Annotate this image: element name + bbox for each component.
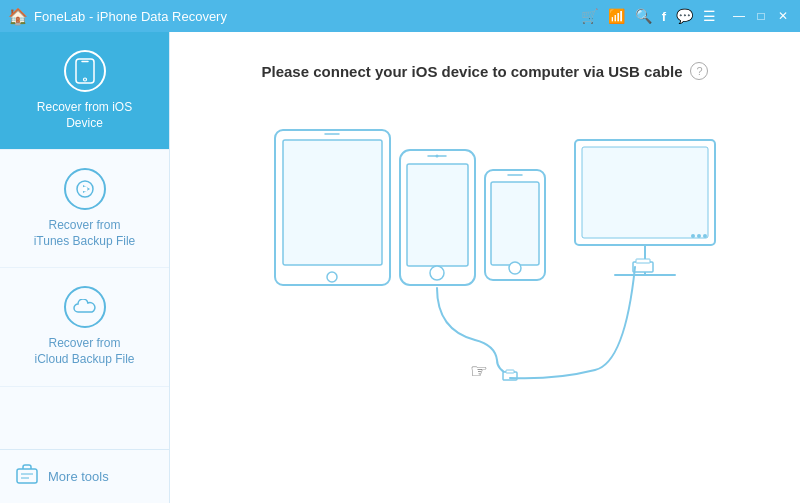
menu-icon[interactable]: ☰ [703, 8, 716, 24]
svg-rect-32 [636, 259, 650, 263]
icloud-backup-label: Recover fromiCloud Backup File [34, 336, 134, 367]
main-panel: Please connect your iOS device to comput… [170, 32, 800, 503]
icloud-backup-icon [64, 286, 106, 328]
svg-rect-6 [17, 469, 37, 483]
cart-icon[interactable]: 🛒 [581, 8, 598, 24]
svg-point-17 [436, 155, 439, 158]
maximize-button[interactable]: □ [752, 7, 770, 25]
help-icon[interactable]: ? [690, 62, 708, 80]
svg-point-29 [697, 234, 701, 238]
app-title: FoneLab - iPhone Data Recovery [34, 9, 227, 24]
title-bar-controls: — □ ✕ [730, 7, 792, 25]
itunes-backup-label: Recover fromiTunes Backup File [34, 218, 136, 249]
devices-illustration: ☞ [190, 110, 780, 400]
title-bar-left: 🏠 FoneLab - iPhone Data Recovery [8, 7, 227, 26]
instruction-row: Please connect your iOS device to comput… [262, 62, 709, 80]
facebook-icon[interactable]: f [662, 9, 666, 24]
svg-point-28 [691, 234, 695, 238]
svg-point-15 [430, 266, 444, 280]
sidebar: Recover from iOSDevice Recover fromiTune… [0, 32, 170, 503]
svg-rect-25 [582, 147, 708, 238]
sidebar-item-icloud-backup[interactable]: Recover fromiCloud Backup File [0, 268, 169, 386]
minimize-button[interactable]: — [730, 7, 748, 25]
more-tools-label: More tools [48, 469, 109, 484]
app-home-icon[interactable]: 🏠 [8, 7, 28, 26]
itunes-backup-icon [64, 168, 106, 210]
svg-point-11 [327, 272, 337, 282]
svg-rect-23 [506, 370, 514, 373]
ios-device-label: Recover from iOSDevice [37, 100, 132, 131]
svg-point-30 [703, 234, 707, 238]
svg-rect-0 [76, 59, 94, 83]
search-icon[interactable]: 🔍 [635, 8, 652, 24]
svg-point-5 [82, 187, 87, 192]
sidebar-item-ios-device[interactable]: Recover from iOSDevice [0, 32, 169, 150]
svg-point-20 [509, 262, 521, 274]
svg-rect-14 [407, 164, 468, 266]
devices-svg: ☞ [245, 110, 725, 400]
more-tools-button[interactable]: More tools [0, 450, 169, 503]
title-bar: 🏠 FoneLab - iPhone Data Recovery 🛒 📶 🔍 f… [0, 0, 800, 32]
app-body: Recover from iOSDevice Recover fromiTune… [0, 32, 800, 503]
sidebar-spacer [0, 387, 169, 449]
instruction-text: Please connect your iOS device to comput… [262, 63, 683, 80]
close-button[interactable]: ✕ [774, 7, 792, 25]
svg-point-2 [83, 78, 86, 81]
svg-rect-10 [283, 140, 382, 265]
chat-icon[interactable]: 💬 [676, 8, 693, 24]
svg-text:☞: ☞ [470, 360, 488, 382]
more-tools-icon [16, 464, 38, 489]
title-bar-icons: 🛒 📶 🔍 f 💬 ☰ [581, 8, 716, 24]
sidebar-bottom: More tools [0, 449, 169, 503]
svg-rect-19 [491, 182, 539, 265]
sidebar-item-itunes-backup[interactable]: Recover fromiTunes Backup File [0, 150, 169, 268]
wifi-icon[interactable]: 📶 [608, 8, 625, 24]
ios-device-icon [64, 50, 106, 92]
